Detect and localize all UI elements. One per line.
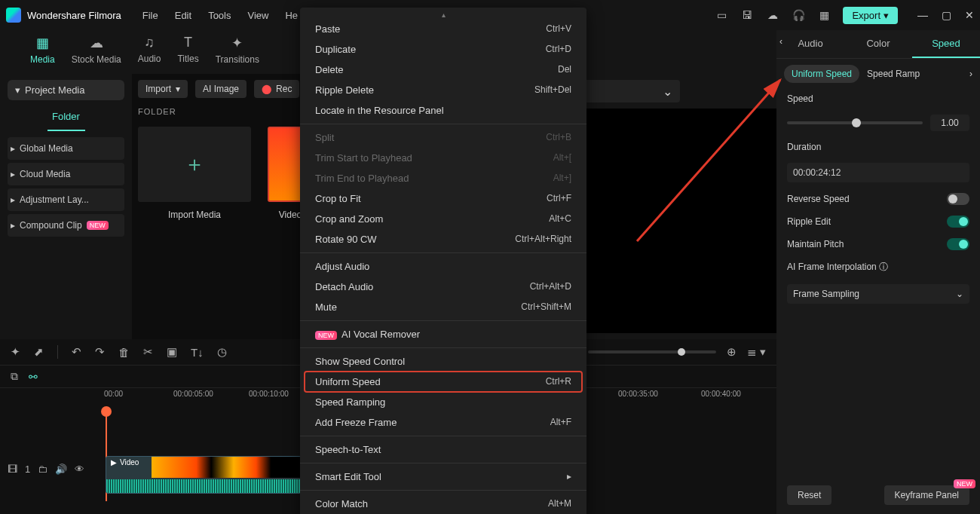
screen-icon[interactable]: ▭ bbox=[715, 8, 728, 22]
sidebar-item-global[interactable]: ▸Global Media bbox=[8, 137, 124, 160]
ctx-detach-audio[interactable]: Detach AudioCtrl+Alt+D bbox=[300, 277, 586, 297]
view-menu-icon[interactable]: ≣ ▾ bbox=[747, 345, 766, 359]
reverse-speed-toggle[interactable] bbox=[947, 193, 969, 205]
minimize-icon[interactable]: — bbox=[917, 9, 928, 21]
cloud-icon[interactable]: ☁ bbox=[766, 8, 779, 22]
track-lock-icon[interactable]: 🗀 bbox=[38, 464, 47, 475]
ctx-crop-to-fit[interactable]: Crop to FitCtrl+F bbox=[300, 188, 586, 209]
video-track-icon[interactable]: 🎞 bbox=[8, 464, 17, 475]
titles-icon: T bbox=[184, 35, 192, 50]
sidebar-item-cloud[interactable]: ▸Cloud Media bbox=[8, 163, 124, 185]
reset-button[interactable]: Reset bbox=[787, 485, 831, 505]
panel-back-icon[interactable]: ‹ bbox=[779, 36, 782, 47]
ctx-ai-vocal-remover[interactable]: NEWAI Vocal Remover bbox=[300, 324, 586, 344]
save-icon[interactable]: 🖫 bbox=[740, 8, 754, 22]
menu-view[interactable]: View bbox=[247, 10, 268, 21]
ctx-duplicate[interactable]: DuplicateCtrl+D bbox=[300, 39, 586, 60]
tab-audio[interactable]: ♫Audio bbox=[138, 35, 161, 65]
close-icon[interactable]: ✕ bbox=[965, 9, 974, 21]
properties-panel: ‹ Audio Color Speed Uniform Speed Speed … bbox=[776, 30, 980, 514]
sidebar-item-adjustment[interactable]: ▸Adjustment Lay... bbox=[8, 188, 124, 211]
ripple-edit-toggle[interactable] bbox=[947, 216, 969, 228]
duration-label: Duration bbox=[787, 142, 969, 152]
menu-tools[interactable]: Tools bbox=[208, 10, 231, 21]
ctx-trim-start-to-playhead[interactable]: Trim Start to PlayheadAlt+[ bbox=[300, 148, 586, 168]
support-icon[interactable]: 🎧 bbox=[792, 8, 805, 22]
folder-tab[interactable]: Folder bbox=[47, 103, 85, 131]
effects-icon[interactable]: ✦ bbox=[11, 345, 20, 359]
speed-slider[interactable] bbox=[787, 121, 923, 124]
ctx-locate-in-the-resource-panel[interactable]: Locate in the Resource Panel bbox=[300, 100, 586, 121]
ctx-delete[interactable]: DeleteDel bbox=[300, 60, 586, 80]
ctx-split[interactable]: SplitCtrl+B bbox=[300, 127, 586, 148]
import-media-tile[interactable]: ＋ Import Media bbox=[138, 127, 251, 220]
delete-icon[interactable]: 🗑 bbox=[118, 346, 130, 359]
tab-transitions[interactable]: ✦Transitions bbox=[216, 35, 259, 65]
help-icon[interactable]: ⓘ bbox=[879, 262, 888, 272]
subtab-speed-ramp[interactable]: Speed Ramp bbox=[867, 69, 920, 79]
ctx-rotate-90-cw[interactable]: Rotate 90 CWCtrl+Alt+Right bbox=[300, 229, 586, 249]
new-badge: NEW bbox=[87, 221, 109, 230]
ctx-ripple-delete[interactable]: Ripple DeleteShift+Del bbox=[300, 80, 586, 100]
sidebar-item-compound[interactable]: ▸Compound ClipNEW bbox=[8, 214, 124, 237]
export-button[interactable]: Export▾ bbox=[843, 7, 898, 24]
media-icon: ▦ bbox=[36, 35, 49, 51]
keyframe-panel-button[interactable]: Keyframe PanelNEW bbox=[884, 485, 969, 505]
clip-play-icon: ▶ bbox=[111, 458, 117, 467]
speed-value[interactable]: 1.00 bbox=[930, 115, 969, 131]
track-visible-icon[interactable]: 👁 bbox=[75, 464, 84, 475]
sidebar: ▾Project Media Folder ▸Global Media ▸Clo… bbox=[0, 74, 132, 383]
record-button[interactable]: ⬤Rec bbox=[254, 80, 299, 98]
undo-icon[interactable]: ↶ bbox=[72, 345, 81, 359]
menu-grip-icon: ▴ bbox=[300, 11, 586, 19]
grid-icon[interactable]: ▦ bbox=[817, 8, 831, 22]
pointer-icon[interactable]: ⬈ bbox=[34, 345, 44, 359]
chevron-down-icon: ⌄ bbox=[663, 84, 672, 99]
ctx-mute[interactable]: MuteCtrl+Shift+M bbox=[300, 297, 586, 317]
menu-edit[interactable]: Edit bbox=[175, 10, 191, 21]
redo-icon[interactable]: ↷ bbox=[95, 345, 105, 359]
crop-icon[interactable]: ▣ bbox=[167, 345, 177, 359]
tab-stock-media[interactable]: ☁Stock Media bbox=[72, 35, 121, 65]
menu-file[interactable]: File bbox=[142, 10, 158, 21]
text-icon[interactable]: T↓ bbox=[191, 346, 204, 359]
subtab-uniform-speed[interactable]: Uniform Speed bbox=[784, 65, 859, 83]
maintain-pitch-toggle[interactable] bbox=[947, 238, 969, 250]
ai-image-button[interactable]: AI Image bbox=[195, 80, 247, 98]
ctx-speech-to-text[interactable]: Speech-to-Text bbox=[300, 439, 586, 460]
chevron-down-icon: ▾ bbox=[884, 10, 889, 21]
link-icon[interactable]: ⚯ bbox=[29, 371, 38, 383]
ctx-speed-ramping[interactable]: Speed Ramping bbox=[300, 392, 586, 412]
interp-mode-select[interactable]: Frame Sampling⌄ bbox=[787, 284, 969, 304]
chevron-down-icon: ⌄ bbox=[956, 289, 963, 299]
track-number: 1 bbox=[25, 464, 30, 475]
track-mute-icon[interactable]: 🔊 bbox=[55, 464, 67, 475]
timeline-clip[interactable]: ▶Video bbox=[106, 456, 302, 494]
ctx-add-freeze-frame[interactable]: Add Freeze FrameAlt+F bbox=[300, 412, 586, 433]
tab-color-props[interactable]: Color bbox=[844, 30, 912, 58]
ctx-adjust-audio[interactable]: Adjust Audio bbox=[300, 256, 586, 277]
cut-icon[interactable]: ✂ bbox=[143, 345, 153, 359]
import-button[interactable]: Import▾ bbox=[138, 80, 188, 98]
zoom-in-icon[interactable]: ⊕ bbox=[727, 345, 737, 359]
duration-field[interactable]: 00:00:24:12 bbox=[787, 163, 969, 182]
ctx-uniform-speed[interactable]: Uniform SpeedCtrl+R bbox=[305, 372, 582, 392]
speed-icon[interactable]: ◷ bbox=[217, 345, 227, 359]
ctx-smart-edit-tool[interactable]: Smart Edit Tool▸ bbox=[300, 467, 586, 487]
menu-help[interactable]: He bbox=[285, 10, 298, 21]
maximize-icon[interactable]: ▢ bbox=[942, 9, 951, 21]
tab-audio-props[interactable]: Audio bbox=[776, 30, 844, 58]
zoom-slider[interactable] bbox=[588, 350, 716, 353]
chevron-right-icon[interactable]: › bbox=[969, 69, 972, 79]
tab-titles[interactable]: TTitles bbox=[177, 35, 198, 65]
ctx-trim-end-to-playhead[interactable]: Trim End to PlayheadAlt+] bbox=[300, 168, 586, 188]
ctx-paste[interactable]: PasteCtrl+V bbox=[300, 19, 586, 39]
context-menu: ▴ PasteCtrl+VDuplicateCtrl+DDeleteDelRip… bbox=[300, 8, 586, 514]
ctx-show-speed-control[interactable]: Show Speed Control bbox=[300, 351, 586, 372]
tab-speed-props[interactable]: Speed bbox=[912, 30, 980, 58]
project-media-dropdown[interactable]: ▾Project Media bbox=[8, 80, 124, 100]
ctx-color-match[interactable]: Color MatchAlt+M bbox=[300, 494, 586, 514]
copy-track-icon[interactable]: ⧉ bbox=[11, 370, 18, 383]
tab-media[interactable]: ▦Media bbox=[30, 35, 55, 65]
ctx-crop-and-zoom[interactable]: Crop and ZoomAlt+C bbox=[300, 209, 586, 229]
